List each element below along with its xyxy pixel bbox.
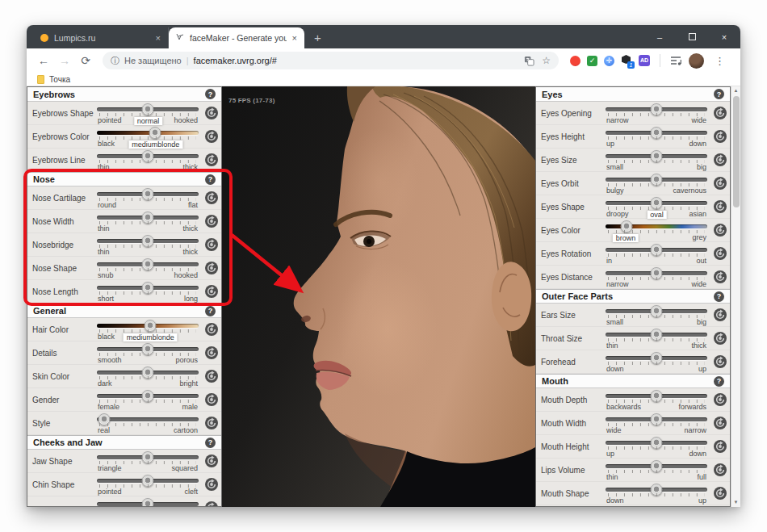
slider-track[interactable] [97, 131, 199, 135]
slider-track[interactable] [97, 479, 199, 483]
slider-track[interactable] [97, 239, 199, 243]
translate-icon[interactable] [524, 56, 534, 66]
address-bar[interactable]: ⓘ Не защищено | facemaker.uvrg.org/# ☆ [103, 52, 559, 69]
globe-extension-icon[interactable]: ✛ [604, 56, 614, 66]
slider-track[interactable] [97, 107, 199, 111]
reset-button[interactable] [204, 477, 219, 492]
reset-button[interactable] [204, 106, 219, 120]
reset-button[interactable] [713, 199, 727, 214]
slider[interactable]: downup [603, 350, 710, 374]
slider[interactable]: backwardsforwards [603, 388, 710, 412]
slider-track[interactable] [97, 455, 199, 459]
reset-button[interactable] [204, 153, 219, 167]
adguard-extension-icon[interactable]: AD [639, 55, 650, 66]
reset-button[interactable] [713, 392, 727, 407]
slider-track[interactable] [97, 417, 199, 421]
slider-track[interactable] [97, 324, 199, 328]
slider[interactable]: downup [603, 482, 710, 505]
slider[interactable]: updown [603, 435, 710, 459]
reset-button[interactable] [204, 392, 219, 407]
slider[interactable]: trianglesquared [94, 450, 202, 473]
adblock-extension-icon[interactable] [570, 56, 580, 66]
slider[interactable]: smallbig [603, 304, 710, 327]
reset-button[interactable] [204, 322, 219, 337]
slider-track[interactable] [606, 309, 707, 313]
slider[interactable]: snubhooked [94, 257, 202, 280]
reset-button[interactable] [204, 237, 219, 252]
slider[interactable]: bulgycavernous [603, 172, 710, 195]
scroll-up-icon[interactable]: ▲ [734, 86, 739, 95]
help-icon[interactable]: ? [205, 89, 216, 99]
reset-button[interactable] [204, 214, 219, 228]
reset-button[interactable] [713, 354, 727, 369]
minimize-icon[interactable]: – [643, 25, 676, 48]
slider[interactable] [94, 496, 202, 508]
slider-track[interactable] [606, 178, 707, 182]
slider[interactable]: blackmediumblonde [94, 318, 202, 341]
slider-thumb[interactable] [142, 498, 154, 508]
slider-track[interactable] [606, 417, 707, 421]
slider[interactable]: greybrown [603, 219, 710, 242]
reset-button[interactable] [713, 129, 727, 144]
slider[interactable]: thinthick [94, 210, 202, 233]
reset-button[interactable] [204, 501, 219, 507]
slider-track[interactable] [606, 356, 707, 360]
slider[interactable]: femalemale [94, 388, 202, 412]
slider[interactable]: thinthick [94, 149, 202, 172]
slider-track[interactable] [606, 224, 707, 228]
help-icon[interactable]: ? [205, 438, 216, 448]
reset-button[interactable] [713, 308, 727, 322]
slider-track[interactable] [97, 371, 199, 375]
reset-button[interactable] [204, 261, 219, 275]
page-scrollbar[interactable]: ▲ ▼ [731, 86, 740, 507]
tab-facemaker[interactable]: faceMaker - Generate your favou × [169, 27, 304, 48]
slider-track[interactable] [606, 154, 707, 158]
slider-track[interactable] [606, 131, 707, 135]
slider[interactable]: smallbig [603, 149, 710, 172]
reset-button[interactable] [713, 416, 727, 430]
slider-track[interactable] [97, 216, 199, 220]
help-icon[interactable]: ? [714, 291, 724, 302]
forward-icon[interactable]: → [56, 54, 73, 67]
slider-track[interactable] [97, 154, 199, 158]
close-tab-icon[interactable]: × [292, 33, 297, 43]
close-tab-icon[interactable]: × [156, 33, 161, 43]
slider[interactable]: roundflat [94, 186, 202, 210]
slider-track[interactable] [97, 347, 199, 351]
slider-track[interactable] [606, 488, 707, 492]
reset-button[interactable] [713, 176, 727, 191]
reset-button[interactable] [713, 153, 727, 167]
bookmark-star-icon[interactable]: ☆ [542, 55, 551, 66]
slider-track[interactable] [97, 262, 199, 266]
reload-icon[interactable]: ⟳ [77, 54, 94, 67]
help-icon[interactable]: ? [205, 306, 216, 316]
slider[interactable]: widenarrow [603, 412, 710, 435]
reset-button[interactable] [713, 270, 727, 284]
slider-track[interactable] [606, 201, 707, 205]
slider[interactable]: darkbright [94, 365, 202, 388]
profile-avatar[interactable] [689, 53, 704, 69]
reset-button[interactable] [713, 331, 727, 346]
reset-button[interactable] [204, 346, 219, 360]
slider-track[interactable] [606, 107, 707, 111]
slider[interactable]: updown [603, 125, 710, 149]
reset-button[interactable] [204, 284, 219, 299]
check-extension-icon[interactable]: ✓ [587, 56, 597, 66]
close-window-icon[interactable]: × [708, 25, 740, 48]
slider[interactable]: pointedhookednormal [94, 102, 202, 125]
reset-button[interactable] [204, 416, 219, 430]
reset-button[interactable] [204, 454, 219, 468]
slider-track[interactable] [606, 464, 707, 468]
reset-button[interactable] [713, 106, 727, 120]
scroll-down-icon[interactable]: ▼ [734, 498, 739, 507]
slider-track[interactable] [606, 248, 707, 252]
render-canvas[interactable]: 75 FPS (17-73) [222, 86, 535, 507]
slider[interactable]: droopyasianoval [603, 195, 710, 219]
reset-button[interactable] [713, 223, 727, 237]
back-icon[interactable]: ← [35, 54, 52, 67]
maximize-icon[interactable] [676, 25, 708, 48]
slider[interactable]: shortlong [94, 280, 202, 304]
reset-button[interactable] [713, 463, 727, 477]
slider-track[interactable] [606, 441, 707, 445]
slider[interactable]: pointedcleft [94, 473, 202, 496]
